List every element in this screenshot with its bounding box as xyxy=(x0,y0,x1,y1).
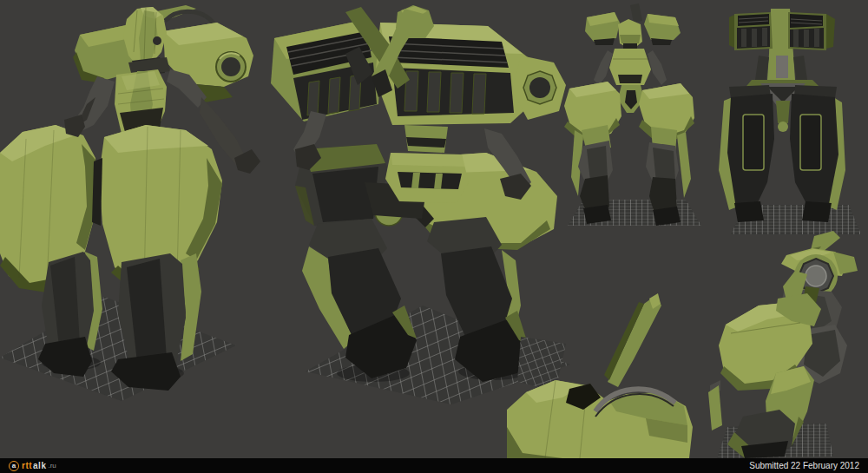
leg-right-back xyxy=(790,85,845,222)
far-foot-sliver xyxy=(708,380,722,430)
shoulder-pod-right xyxy=(163,23,253,102)
submitted-date-label: Submitted 22 February 2012 xyxy=(749,461,859,470)
shoulder-pod-left xyxy=(585,12,620,45)
view-mech-front xyxy=(564,3,701,226)
foot xyxy=(727,410,795,458)
watermark-text-mid: rtt xyxy=(22,462,32,470)
view-pilot-figure xyxy=(0,5,260,401)
footer-bar: a rtt alk .ru Submitted 22 February 2012 xyxy=(0,458,868,473)
leg-left xyxy=(302,219,417,378)
vent-box-right xyxy=(788,12,835,50)
leg-left xyxy=(571,125,613,224)
mech-render-sheet xyxy=(0,0,868,458)
ground-grid xyxy=(0,297,236,401)
view-foot-detail xyxy=(507,293,693,458)
hip-gap-shadow xyxy=(92,158,102,226)
shoulder-pod-right xyxy=(644,14,681,45)
back-column xyxy=(755,54,807,83)
render-canvas: a rtt alk .ru Submitted 22 February 2012 xyxy=(0,0,868,473)
vent-box-left xyxy=(729,12,773,50)
torso xyxy=(609,43,651,85)
lower-leg-right xyxy=(111,253,201,391)
watermark-circle-a-icon: a xyxy=(9,461,19,471)
view-leg-side xyxy=(708,231,858,458)
fin-antenna xyxy=(604,293,661,387)
watermark-domain: .ru xyxy=(48,463,56,470)
watermark-text-tail: alk xyxy=(33,462,46,470)
view-mech-back xyxy=(719,9,861,234)
foot-body xyxy=(507,380,693,458)
arm-left xyxy=(64,76,115,137)
leg-left-back xyxy=(719,85,774,222)
antenna xyxy=(630,3,642,23)
watermark-logo: a rtt alk .ru xyxy=(9,461,56,471)
